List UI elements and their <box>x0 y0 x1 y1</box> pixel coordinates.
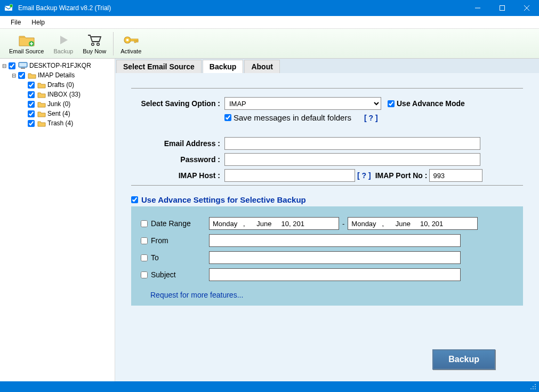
tool-activate[interactable]: Activate <box>116 30 146 58</box>
tool-email-source-label: Email Source <box>9 48 44 54</box>
svg-point-22 <box>535 388 536 389</box>
toolbar-separator <box>113 32 114 55</box>
tree-toggle-root[interactable]: ⊟ <box>1 63 7 69</box>
to-checkbox[interactable] <box>141 254 148 261</box>
folder-icon <box>37 101 46 108</box>
svg-rect-16 <box>21 68 25 69</box>
close-button[interactable] <box>514 0 539 16</box>
folder-icon <box>28 72 36 79</box>
email-input[interactable] <box>224 137 480 150</box>
tree-check-root[interactable] <box>9 62 15 69</box>
tree-check-sent[interactable] <box>28 110 35 117</box>
tree-toggle-imap[interactable]: ⊟ <box>11 73 17 78</box>
tree-drafts-label[interactable]: Drafts (0) <box>47 81 74 89</box>
tool-buy-now[interactable]: Buy Now <box>78 30 111 58</box>
folder-icon <box>37 120 46 127</box>
subject-input[interactable] <box>209 268 461 281</box>
date-range-separator: - <box>342 220 344 228</box>
date-range-checkbox[interactable] <box>141 220 148 227</box>
from-checkbox[interactable] <box>141 237 148 244</box>
password-input[interactable] <box>224 153 480 166</box>
subject-label: Subject <box>151 270 176 279</box>
save-default-label: Save messages in default folders <box>234 113 351 122</box>
menu-file[interactable]: File <box>5 17 26 28</box>
tab-content-backup: Select Saving Option : IMAP Use Advance … <box>115 73 539 311</box>
svg-point-7 <box>92 43 94 46</box>
advanced-checkbox[interactable] <box>131 196 138 203</box>
maximize-button[interactable] <box>490 0 514 16</box>
tree-junk-label[interactable]: Junk (0) <box>47 100 70 108</box>
svg-point-8 <box>97 43 100 46</box>
tabs: Select Email Source Backup About <box>115 59 539 73</box>
svg-point-1 <box>10 4 13 7</box>
svg-point-20 <box>530 388 532 389</box>
use-advance-mode-label: Use Advance Mode <box>397 99 465 108</box>
to-wrap[interactable]: To <box>141 253 209 262</box>
tree-check-junk[interactable] <box>28 101 35 108</box>
advanced-panel: Date Range - From To <box>131 206 523 306</box>
computer-icon <box>18 62 28 69</box>
resize-grip-icon[interactable] <box>529 383 537 390</box>
folder-plus-icon <box>18 33 35 47</box>
date-range-wrap[interactable]: Date Range <box>141 219 209 228</box>
date-from-input[interactable] <box>209 217 339 230</box>
backup-button[interactable]: Backup <box>432 349 495 370</box>
svg-point-19 <box>535 386 536 387</box>
key-icon <box>123 33 140 47</box>
svg-rect-12 <box>134 41 136 43</box>
email-label: Email Address : <box>131 139 224 148</box>
tree-inbox-label[interactable]: INBOX (33) <box>47 91 81 98</box>
cart-icon <box>86 33 102 47</box>
menubar: File Help <box>0 16 539 29</box>
tab-about[interactable]: About <box>244 60 279 73</box>
save-default-wrap[interactable]: Save messages in default folders <box>224 113 351 122</box>
tree-check-trash[interactable] <box>28 120 35 127</box>
imap-host-label: IMAP Host : <box>131 171 224 180</box>
from-wrap[interactable]: From <box>141 236 209 245</box>
tool-backup[interactable]: Backup <box>49 30 78 58</box>
use-advance-mode-wrap[interactable]: Use Advance Mode <box>388 99 465 108</box>
svg-rect-15 <box>19 63 27 67</box>
tree-root-label[interactable]: DESKTOP-R1FJKQR <box>29 62 91 69</box>
subject-wrap[interactable]: Subject <box>141 270 209 279</box>
svg-point-21 <box>533 388 534 389</box>
tree-check-inbox[interactable] <box>28 91 35 98</box>
advanced-head-label: Use Advance Settings for Selective Backu… <box>141 195 306 204</box>
tree-check-imap[interactable] <box>18 72 25 79</box>
tree-sent-label[interactable]: Sent (4) <box>47 110 70 117</box>
tree-check-drafts[interactable] <box>28 82 35 89</box>
tab-backup[interactable]: Backup <box>203 60 244 73</box>
saving-option-label: Select Saving Option : <box>131 99 224 108</box>
tool-backup-label: Backup <box>53 48 73 54</box>
tree-imap-label[interactable]: IMAP Details <box>38 71 75 79</box>
subject-checkbox[interactable] <box>141 271 148 278</box>
svg-rect-13 <box>136 41 138 42</box>
advanced-head[interactable]: Use Advance Settings for Selective Backu… <box>131 195 523 204</box>
help-link-host[interactable]: [ ? ] <box>357 171 371 180</box>
tab-select-source[interactable]: Select Email Source <box>116 60 202 73</box>
from-label: From <box>151 236 168 245</box>
folder-tree: ⊟ DESKTOP-R1FJKQR ⊟ <box>0 59 115 381</box>
toolbar: Email Source Backup Buy Now Activate <box>0 29 539 59</box>
tree-trash-label[interactable]: Trash (4) <box>47 119 73 127</box>
menu-help[interactable]: Help <box>26 17 50 28</box>
imap-host-input[interactable] <box>224 169 355 182</box>
svg-rect-3 <box>500 6 505 11</box>
titlebar: Email Backup Wizard v8.2 (Trial) <box>0 0 539 16</box>
folder-icon <box>37 82 46 89</box>
help-link-default[interactable]: [ ? ] <box>364 114 378 122</box>
imap-port-input[interactable] <box>429 169 482 182</box>
minimize-button[interactable] <box>465 0 490 16</box>
request-features-link[interactable]: Request for more features... <box>141 291 243 299</box>
saving-option-select[interactable]: IMAP <box>224 97 381 110</box>
use-advance-mode-checkbox[interactable] <box>388 100 395 107</box>
tool-email-source[interactable]: Email Source <box>4 30 49 58</box>
folder-icon <box>37 91 46 98</box>
to-input[interactable] <box>209 251 461 264</box>
date-to-input[interactable] <box>348 217 478 230</box>
save-default-checkbox[interactable] <box>224 114 231 121</box>
main-content: Select Email Source Backup About Select … <box>115 59 539 381</box>
from-input[interactable] <box>209 234 461 247</box>
to-label: To <box>151 253 159 262</box>
tool-activate-label: Activate <box>120 48 141 54</box>
